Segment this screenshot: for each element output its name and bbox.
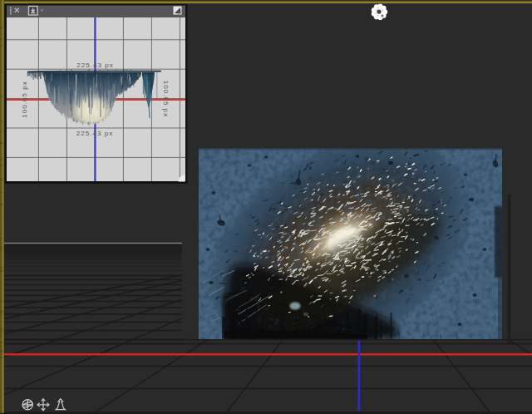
svg-text:100.05 px: 100.05 px (21, 81, 28, 118)
svg-text:225.43 px: 225.43 px (76, 130, 114, 137)
svg-text:100.05 px: 100.05 px (162, 81, 170, 118)
svg-text:225.43 px: 225.43 px (76, 62, 114, 69)
